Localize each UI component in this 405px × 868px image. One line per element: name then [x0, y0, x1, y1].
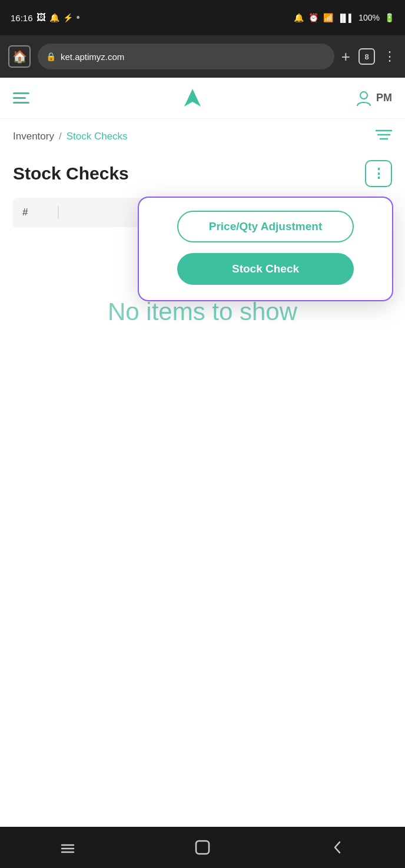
- breadcrumb-inventory[interactable]: Inventory: [13, 131, 54, 142]
- svg-point-0: [360, 92, 367, 99]
- status-battery: 100%: [358, 13, 380, 22]
- hamburger-menu-button[interactable]: [13, 92, 29, 104]
- status-gallery-icon: 🖼: [36, 12, 46, 23]
- bottom-nav-recent-apps-button[interactable]: [50, 830, 85, 865]
- user-icon: [355, 89, 373, 107]
- browser-new-tab-button[interactable]: +: [341, 48, 350, 66]
- status-bar-left: 16:16 🖼 🔔 ⚡ •: [11, 12, 80, 24]
- logo-svg: [180, 85, 205, 111]
- dropdown-popup: Price/Qty Adjustment Stock Check: [139, 198, 392, 300]
- more-options-button[interactable]: ⋮: [365, 160, 392, 187]
- page-title: Stock Checks: [13, 164, 129, 184]
- lock-icon: 🔒: [46, 52, 56, 61]
- app-logo: [180, 85, 205, 111]
- breadcrumb-separator: /: [59, 131, 62, 142]
- bottom-navigation-bar: [0, 827, 405, 868]
- browser-tab-count[interactable]: 8: [358, 48, 375, 65]
- page-header: Stock Checks ⋮: [13, 160, 392, 187]
- breadcrumb: Inventory / Stock Checks: [13, 131, 128, 142]
- page-content: Stock Checks ⋮ # Price/Qty Adjustment St…: [0, 151, 405, 371]
- app-content: PM Inventory / Stock Checks Stock Checks…: [0, 78, 405, 371]
- status-clock-icon: ⏰: [308, 13, 318, 22]
- breadcrumb-row: Inventory / Stock Checks: [0, 119, 405, 151]
- svg-rect-7: [196, 841, 209, 854]
- empty-state-message: No items to show: [108, 298, 297, 326]
- status-time: 16:16: [11, 13, 33, 23]
- status-bar: 16:16 🖼 🔔 ⚡ • 🔔 ⏰ 📶 ▐▌▌ 100% 🔋: [0, 0, 405, 35]
- status-extra-icon: ⚡: [63, 13, 73, 22]
- browser-actions: + 8 ⋮: [341, 48, 397, 66]
- status-signal-icon: ▐▌▌: [338, 14, 354, 22]
- browser-url-text: ket.aptimyz.com: [61, 52, 124, 62]
- price-qty-adjustment-button[interactable]: Price/Qty Adjustment: [177, 211, 354, 242]
- browser-url-bar[interactable]: 🔒 ket.aptimyz.com: [38, 44, 334, 69]
- status-dot: •: [77, 12, 80, 24]
- user-initials: PM: [376, 92, 392, 104]
- home-icon: 🏠: [12, 49, 27, 64]
- top-nav: PM: [0, 78, 405, 119]
- bottom-nav-back-button[interactable]: [320, 830, 355, 865]
- breadcrumb-current[interactable]: Stock Checks: [67, 131, 128, 142]
- table-col-hash: #: [22, 207, 46, 218]
- status-bar-right: 🔔 ⏰ 📶 ▐▌▌ 100% 🔋: [294, 13, 394, 22]
- filter-icon-button[interactable]: [376, 128, 392, 145]
- table-col-divider: [58, 206, 59, 219]
- status-battery-icon: 🔋: [384, 13, 394, 22]
- bottom-nav-home-button[interactable]: [185, 830, 220, 865]
- status-notification-icon: 🔔: [49, 13, 59, 22]
- stock-check-button[interactable]: Stock Check: [177, 253, 354, 285]
- status-wifi-icon: 📶: [323, 13, 333, 22]
- browser-bar: 🏠 🔒 ket.aptimyz.com + 8 ⋮: [0, 35, 405, 78]
- user-section[interactable]: PM: [355, 89, 392, 107]
- browser-home-button[interactable]: 🏠: [8, 45, 31, 68]
- status-alarm-icon: 🔔: [294, 13, 304, 22]
- browser-more-button[interactable]: ⋮: [383, 49, 397, 64]
